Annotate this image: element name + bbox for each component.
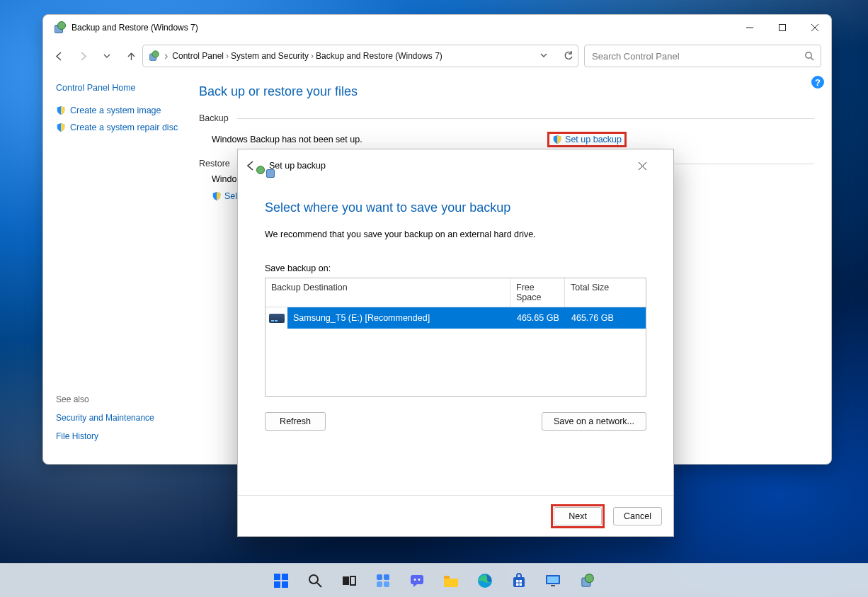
svg-rect-20 [411, 575, 423, 584]
svg-rect-26 [516, 580, 519, 583]
nav-recent-dropdown[interactable] [101, 52, 113, 60]
svg-rect-16 [377, 574, 382, 580]
svg-rect-32 [551, 585, 555, 586]
svg-rect-28 [516, 583, 519, 586]
set-up-backup-link[interactable]: Set up backup [547, 132, 627, 147]
titlebar: Backup and Restore (Windows 7) [43, 15, 831, 40]
backup-status-text: Windows Backup has not been set up. [212, 135, 362, 144]
destination-total: 465.76 GB [566, 313, 646, 323]
refresh-address-button[interactable] [564, 51, 573, 61]
svg-point-22 [418, 579, 421, 581]
svg-rect-8 [274, 574, 280, 580]
breadcrumb-backup-restore[interactable]: Backup and Restore (Windows 7) [316, 51, 442, 61]
taskbar [0, 563, 868, 597]
taskbar-widgets-button[interactable] [369, 567, 397, 595]
next-button[interactable]: Next [554, 507, 602, 525]
destination-free: 465.65 GB [511, 313, 566, 323]
search-input[interactable] [590, 50, 782, 62]
svg-point-21 [414, 579, 416, 581]
destination-name: Samsung_T5 (E:) [Recommended] [287, 313, 511, 323]
column-destination[interactable]: Backup Destination [265, 278, 510, 307]
svg-point-4 [806, 52, 811, 57]
taskbar-search-button[interactable] [301, 567, 329, 595]
taskbar-start-button[interactable] [267, 567, 295, 595]
column-free-space[interactable]: Free Space [510, 278, 565, 307]
setup-backup-dialog: Set up backup Select where you want to s… [237, 149, 674, 537]
svg-rect-10 [274, 581, 280, 588]
destination-list[interactable]: Backup Destination Free Space Total Size… [265, 278, 646, 397]
taskbar-task-view-button[interactable] [335, 567, 363, 595]
task-create-system-image[interactable]: Create a system image [56, 106, 183, 115]
see-also-section: See also Security and Maintenance File H… [56, 394, 154, 450]
taskbar-store-button[interactable] [505, 567, 533, 595]
dialog-caption: Set up backup [269, 161, 326, 171]
see-also-header: See also [56, 394, 154, 404]
breadcrumb-control-panel[interactable]: Control Panel [172, 51, 224, 61]
svg-rect-19 [384, 581, 389, 587]
shield-icon [552, 135, 562, 144]
shield-icon [56, 123, 66, 132]
nav-back-button[interactable] [53, 51, 64, 62]
dialog-recommend-text: We recommend that you save your backup o… [265, 229, 646, 239]
svg-rect-14 [343, 576, 349, 585]
window-minimize-button[interactable] [733, 15, 766, 40]
svg-line-5 [811, 57, 813, 60]
shield-icon [56, 106, 66, 115]
taskbar-backup-app-button[interactable] [573, 567, 601, 595]
task-create-repair-disc[interactable]: Create a system repair disc [56, 123, 183, 132]
search-box[interactable] [584, 45, 821, 67]
dialog-close-button[interactable] [638, 161, 666, 171]
help-icon[interactable]: ? [811, 76, 824, 89]
window-title: Backup and Restore (Windows 7) [72, 23, 198, 33]
window-close-button[interactable] [799, 15, 831, 40]
control-panel-home-link[interactable]: Control Panel Home [56, 83, 183, 93]
taskbar-display-settings-button[interactable] [539, 567, 567, 595]
svg-line-13 [317, 583, 321, 587]
svg-rect-25 [513, 577, 525, 587]
cancel-button[interactable]: Cancel [613, 507, 662, 525]
set-up-backup-label: Set up backup [565, 135, 622, 144]
sidebar: Control Panel Home Create a system image… [43, 72, 196, 464]
see-also-security[interactable]: Security and Maintenance [56, 413, 154, 423]
drive-icon [265, 307, 287, 329]
backup-restore-path-icon [147, 50, 160, 62]
see-also-file-history[interactable]: File History [56, 431, 154, 441]
backup-restore-app-icon [53, 21, 66, 34]
dialog-heading: Select where you want to save your backu… [265, 200, 646, 215]
svg-rect-27 [520, 580, 522, 583]
shield-icon [212, 191, 222, 201]
nav-forward-button[interactable] [77, 51, 88, 62]
taskbar-file-explorer-button[interactable] [437, 567, 465, 595]
destination-row-selected[interactable]: Samsung_T5 (E:) [Recommended] 465.65 GB … [265, 307, 646, 329]
column-total-size[interactable]: Total Size [565, 278, 646, 307]
svg-rect-1 [780, 25, 786, 31]
svg-rect-23 [444, 576, 450, 579]
taskbar-chat-button[interactable] [403, 567, 431, 595]
svg-rect-9 [282, 574, 288, 580]
breadcrumb-system-security[interactable]: System and Security [231, 51, 309, 61]
svg-rect-18 [377, 581, 382, 587]
svg-rect-29 [520, 583, 522, 586]
dialog-footer: Next Cancel [238, 495, 673, 536]
svg-point-12 [309, 575, 318, 584]
dialog-list-label: Save backup on: [265, 263, 646, 273]
svg-rect-31 [547, 576, 559, 583]
task-label: Create a system image [70, 106, 161, 115]
svg-rect-17 [384, 574, 389, 580]
address-bar: › Control Panel › System and Security › … [43, 40, 831, 72]
search-icon [804, 51, 815, 62]
address-dropdown-button[interactable] [539, 51, 548, 61]
svg-rect-15 [350, 576, 355, 585]
save-on-network-button[interactable]: Save on a network... [542, 412, 646, 431]
backup-section-label: Backup [199, 113, 814, 123]
list-header: Backup Destination Free Space Total Size [265, 278, 646, 307]
taskbar-edge-button[interactable] [471, 567, 499, 595]
nav-up-button[interactable] [125, 51, 137, 62]
page-heading: Back up or restore your files [199, 84, 814, 99]
refresh-button[interactable]: Refresh [265, 412, 326, 431]
svg-rect-11 [282, 581, 288, 588]
task-label: Create a system repair disc [70, 123, 178, 132]
window-maximize-button[interactable] [766, 15, 799, 40]
breadcrumb-box[interactable]: › Control Panel › System and Security › … [142, 45, 578, 67]
